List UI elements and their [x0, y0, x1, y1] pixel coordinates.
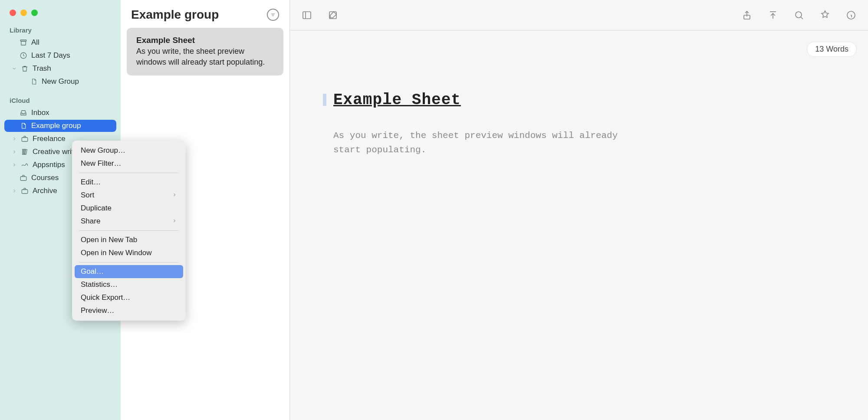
cm-open-new-tab[interactable]: Open in New Tab: [75, 233, 183, 246]
search-icon[interactable]: [793, 10, 805, 21]
sidebar-label: Inbox: [31, 108, 49, 117]
sidebar-label: Example group: [31, 121, 81, 130]
chevron-right-icon: [172, 191, 177, 200]
chevron-down-icon[interactable]: [11, 66, 17, 71]
chevron-right-icon[interactable]: [11, 136, 17, 141]
sidebar-item-trash[interactable]: Trash: [4, 62, 116, 75]
archive-box-icon: [19, 39, 28, 46]
editor-pane: 13 Words Example Sheet As you write, the…: [290, 0, 868, 420]
zoom-window-button[interactable]: [31, 10, 38, 16]
cm-new-group[interactable]: New Group…: [75, 144, 183, 157]
sidebar-label: Courses: [31, 174, 59, 182]
document-icon: [30, 78, 38, 85]
briefcase-icon: [20, 135, 29, 143]
svg-rect-1: [21, 41, 26, 45]
cm-statistics[interactable]: Statistics…: [75, 278, 183, 291]
cm-quick-export[interactable]: Quick Export…: [75, 291, 183, 304]
inbox-icon: [19, 109, 28, 117]
trash-icon: [20, 65, 29, 72]
sidebar-label: Last 7 Days: [31, 51, 70, 60]
books-icon: [20, 148, 29, 156]
sidebar-label: New Group: [42, 77, 79, 86]
cm-duplicate[interactable]: Duplicate: [75, 202, 183, 215]
chevron-right-icon[interactable]: [11, 188, 17, 194]
minimize-window-button[interactable]: [20, 10, 27, 16]
document-icon: [19, 122, 28, 129]
sidebar-label: Trash: [33, 64, 51, 73]
sheet-card[interactable]: Example Sheet As you write, the sheet pr…: [127, 28, 283, 75]
cm-goal[interactable]: Goal…: [75, 265, 183, 278]
sheet-card-preview: As you write, the sheet preview windows …: [136, 46, 274, 68]
review-icon[interactable]: [819, 10, 831, 21]
sidebar-label: Appsntips: [33, 161, 65, 169]
editor-heading-text: Example Sheet: [333, 91, 461, 109]
scribble-icon: [20, 161, 29, 169]
sidebar-label: Archive: [33, 187, 57, 195]
sheet-list-title: Example group: [131, 8, 219, 22]
briefcase-icon: [19, 174, 28, 182]
chevron-right-icon: [172, 217, 177, 226]
svg-rect-4: [23, 149, 23, 154]
chevron-right-icon[interactable]: [11, 162, 17, 167]
cm-divider: [79, 230, 179, 231]
cm-edit[interactable]: Edit…: [75, 176, 183, 189]
word-count-badge[interactable]: 13 Words: [807, 42, 857, 57]
sidebar-label: Freelance: [33, 135, 66, 143]
svg-rect-3: [22, 138, 28, 141]
heading-marker: [323, 94, 326, 106]
editor-heading[interactable]: Example Sheet: [333, 91, 825, 109]
toolbar-right: [741, 10, 857, 21]
editor-paragraph[interactable]: As you write, the sheet preview windows …: [333, 129, 646, 157]
sidebar-item-inbox[interactable]: Inbox: [4, 107, 116, 119]
sidebar-item-example-group[interactable]: Example group: [4, 120, 116, 132]
filter-button[interactable]: [267, 9, 279, 21]
svg-rect-8: [303, 12, 311, 19]
chevron-right-icon[interactable]: [11, 149, 17, 154]
cm-open-new-window[interactable]: Open in New Window: [75, 246, 183, 259]
info-icon[interactable]: [845, 10, 857, 21]
sheet-card-title: Example Sheet: [136, 36, 274, 45]
section-header-icloud: iCloud: [0, 94, 121, 106]
cm-new-filter[interactable]: New Filter…: [75, 157, 183, 170]
sidebar-item-all[interactable]: All: [4, 36, 116, 49]
cm-sort[interactable]: Sort: [75, 189, 183, 202]
compose-icon[interactable]: [327, 10, 339, 21]
svg-rect-7: [22, 190, 28, 194]
sheet-list-header: Example group: [127, 5, 283, 28]
window-controls: [0, 4, 121, 24]
cm-share[interactable]: Share: [75, 215, 183, 228]
svg-point-11: [796, 12, 802, 18]
publish-icon[interactable]: [767, 10, 779, 21]
close-window-button[interactable]: [10, 10, 16, 16]
cm-divider: [79, 262, 179, 262]
editor-toolbar: [290, 0, 868, 30]
clock-icon: [19, 52, 28, 59]
briefcase-icon: [20, 187, 29, 195]
cm-divider: [79, 173, 179, 173]
cm-preview[interactable]: Preview…: [75, 304, 183, 317]
editor-body[interactable]: Example Sheet As you write, the sheet pr…: [290, 30, 868, 157]
context-menu: New Group… New Filter… Edit… Sort Duplic…: [72, 141, 186, 321]
toolbar-left: [301, 10, 339, 21]
sidebar-label: All: [31, 38, 39, 47]
sidebar-item-last-7-days[interactable]: Last 7 Days: [4, 49, 116, 62]
sidebar-item-new-group[interactable]: New Group: [4, 75, 116, 88]
section-header-library: Library: [0, 24, 121, 36]
toggle-sidebar-icon[interactable]: [301, 10, 312, 21]
svg-rect-6: [20, 177, 26, 180]
share-icon[interactable]: [741, 10, 753, 21]
